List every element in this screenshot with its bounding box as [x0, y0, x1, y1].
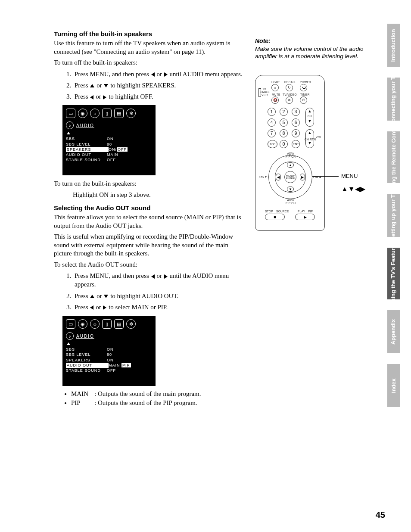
osd-icon: ◉	[78, 109, 87, 118]
osd-value-highlight: OFF	[117, 147, 128, 152]
tab-label: Introduction	[391, 29, 397, 62]
right-arrow-icon	[164, 274, 168, 279]
section2-steps: Press MENU, and then press or until the …	[54, 271, 248, 311]
step-text: or	[94, 93, 103, 100]
step: Press or to highlight SPEAKERS.	[73, 81, 248, 90]
list-item: PIP: Outputs the sound of the PIP progra…	[71, 399, 248, 407]
remote-label: TIMER	[300, 93, 310, 96]
osd-label: SBS	[66, 347, 107, 352]
step-text: to select MAIN or PIP.	[107, 304, 168, 311]
section2-p3: To select the Audio OUT sound:	[54, 261, 248, 269]
step-text: Press	[75, 82, 90, 89]
dpad-down-button[interactable]: ▼	[287, 187, 294, 192]
section2-heading: Selecting the Audio OUT sound	[54, 204, 248, 212]
tab-introduction[interactable]: Introduction	[387, 24, 400, 67]
dpad-right-button[interactable]: ▶	[300, 174, 305, 180]
osd-value: 80	[107, 352, 112, 357]
step-text: Press MENU, and then press	[75, 71, 151, 78]
note-heading: Note:	[255, 37, 367, 45]
step-text: Press MENU, and then press	[75, 272, 151, 279]
digit-100-button[interactable]: 100	[268, 140, 277, 148]
digit-7-button[interactable]: 7	[268, 129, 276, 137]
osd-icon: ✻	[126, 109, 136, 118]
step: Press or to highlight OFF.	[73, 92, 248, 101]
osd-value: ON	[107, 358, 114, 363]
tab-connecting[interactable]: Connecting your TV	[387, 78, 400, 121]
osd-value: ON	[107, 136, 114, 141]
step-text: or	[155, 71, 164, 78]
section1-p4: Highlight ON in step 3 above.	[73, 191, 248, 199]
digit-2-button[interactable]: 2	[280, 108, 288, 116]
remote-label: TV	[262, 87, 266, 90]
menu-enter-button[interactable]: MENU/ ENTER	[284, 171, 296, 183]
tvvideo-button[interactable]: ⊕	[286, 96, 293, 104]
step-text: to highlight OFF.	[107, 93, 153, 100]
remote-label: PLAY	[298, 210, 305, 213]
right-arrow-icon	[164, 72, 168, 77]
osd-icon: ▤	[114, 109, 124, 118]
osd-label: SPEAKERS	[66, 358, 107, 363]
left-arrow-icon	[151, 274, 155, 279]
osd-value: MAIN	[107, 152, 118, 157]
step: Press or to highlight AUDIO OUT.	[73, 292, 248, 300]
digit-9-button[interactable]: 9	[292, 129, 300, 137]
osd-icon: ▭	[66, 109, 75, 118]
tab-label: Using the Remote Control	[391, 123, 397, 192]
remote-label: TV/VIDEO	[283, 93, 297, 96]
mode-switch[interactable]	[258, 88, 261, 97]
digit-3-button[interactable]: 3	[292, 108, 300, 116]
osd-title: AUDIO	[76, 123, 94, 128]
osd-label-highlight: SPEAKERS	[66, 147, 109, 152]
arrows-callout: ▲▼◀▶	[341, 185, 365, 193]
tab-using-features[interactable]: Using the TV's Features	[387, 248, 400, 299]
step-text: or	[95, 82, 103, 89]
osd-tab-icons: ▭ ◉ ☼ ▯ ▤ ✻	[66, 319, 152, 329]
tab-setting-up[interactable]: Setting up your TV	[387, 194, 400, 237]
digit-1-button[interactable]: 1	[268, 108, 276, 116]
step: Press MENU, and then press or until AUDI…	[73, 70, 248, 78]
tab-appendix[interactable]: Appendix	[387, 310, 400, 353]
osd-icon: ✻	[126, 319, 136, 329]
osd-audio-icon: ♪	[66, 121, 74, 129]
timer-button[interactable]: ⏲	[300, 96, 307, 104]
digit-5-button[interactable]: 5	[280, 118, 288, 127]
remote-label: CABLE	[260, 90, 270, 93]
note-body: Make sure the volume control of the audi…	[255, 46, 367, 60]
def-label: PIP	[71, 399, 94, 407]
up-caret-icon	[67, 342, 70, 345]
stop-source-button[interactable]: ■	[265, 214, 285, 220]
digit-4-button[interactable]: 4	[268, 118, 276, 127]
tab-index[interactable]: Index	[387, 364, 400, 407]
ent-button[interactable]: ENT	[292, 140, 300, 148]
output-definitions: MAIN: Outputs the sound of the main prog…	[54, 390, 248, 407]
section1-heading: Turning off the built-in speakers	[54, 30, 248, 37]
power-button[interactable]: ⏻	[300, 84, 307, 91]
dpad-left-button[interactable]: ◀	[276, 174, 281, 180]
step: Press or to select MAIN or PIP.	[73, 303, 248, 311]
osd-audio-icon: ♪	[66, 332, 74, 340]
remote-label: MUTE	[272, 93, 280, 96]
mute-button[interactable]: 🔇	[271, 96, 279, 104]
dpad-up-button[interactable]: ▲	[287, 162, 294, 168]
play-pip-button[interactable]: ▶	[295, 214, 315, 220]
section1-p2: To turn off the built-in speakers:	[54, 59, 248, 67]
recall-button[interactable]: ↻	[286, 84, 293, 91]
tab-label: Using the TV's Features	[391, 242, 397, 305]
osd-screenshot-1: ▭ ◉ ☼ ▯ ▤ ✻ ♪ AUDIO SBSON SBS LEVEL80 SP…	[62, 105, 156, 175]
tab-label: Index	[391, 378, 397, 393]
up-caret-icon	[67, 132, 70, 134]
tab-remote-control[interactable]: Using the Remote Control	[387, 131, 400, 183]
light-button[interactable]: ☼	[271, 84, 279, 91]
channel-rocker[interactable]: ▲ CH ▼	[305, 108, 314, 127]
menu-callout: MENU	[341, 173, 358, 179]
section1-steps: Press MENU, and then press or until AUDI…	[54, 70, 248, 101]
digit-8-button[interactable]: 8	[280, 129, 288, 137]
digit-6-button[interactable]: 6	[292, 118, 300, 127]
step-text: to highlight SPEAKERS.	[109, 82, 176, 89]
up-arrow-icon	[90, 295, 94, 298]
osd-icon: ▭	[66, 319, 75, 329]
digit-0-button[interactable]: 0	[280, 140, 288, 148]
osd-value: MAIN	[109, 363, 121, 367]
osd-value: 80	[107, 142, 112, 147]
def-desc: : Outputs the sound of the PIP program.	[94, 399, 197, 406]
